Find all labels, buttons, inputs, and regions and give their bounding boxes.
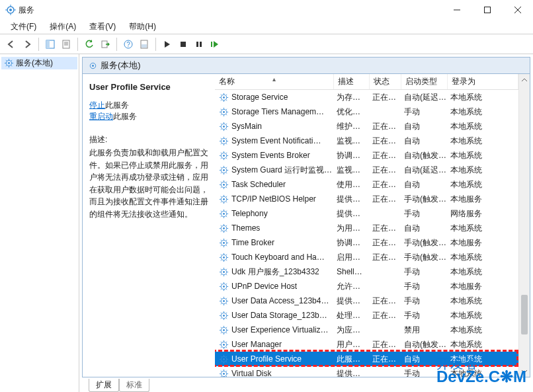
svg-line-135 — [221, 230, 222, 231]
svg-line-144 — [226, 245, 227, 245]
svg-line-175 — [221, 288, 222, 289]
col-header-desc[interactable]: 描述 — [334, 74, 370, 89]
svg-point-1 — [9, 9, 12, 11]
navigation-tree[interactable]: 服务(本地) — [0, 54, 79, 392]
cell-status: 正在… — [370, 223, 401, 234]
tab-extended[interactable]: 扩展 — [89, 379, 119, 392]
maximize-button[interactable] — [472, 0, 503, 20]
cell-name: Virtual Disk — [215, 369, 334, 377]
col-header-name[interactable]: 名称▴ — [215, 74, 334, 89]
cell-name: UPnP Device Host — [215, 282, 334, 292]
restart-service-button[interactable] — [208, 37, 222, 52]
scroll-up-button[interactable] — [519, 74, 530, 85]
menu-action[interactable]: 操作(A) — [43, 20, 83, 34]
svg-rect-21 — [181, 42, 186, 47]
export-button[interactable] — [98, 37, 112, 52]
gear-icon — [219, 238, 229, 248]
svg-line-216 — [226, 341, 227, 342]
cell-start: 手动 — [401, 208, 448, 219]
forward-button[interactable] — [20, 37, 34, 52]
service-name-text: User Data Storage_123b… — [231, 311, 327, 320]
svg-line-74 — [226, 143, 227, 143]
svg-line-73 — [221, 137, 222, 138]
svg-line-115 — [221, 201, 222, 202]
col-header-start[interactable]: 启动类型 — [401, 74, 448, 89]
table-row[interactable]: Time Broker协调…正在…手动(触发…本地服务 — [215, 235, 518, 250]
show-hide-tree-button[interactable] — [43, 37, 58, 52]
table-row[interactable]: Telephony提供…手动网络服务 — [215, 206, 518, 221]
service-name-text: User Data Access_123b4… — [231, 296, 329, 305]
pause-service-button[interactable] — [192, 37, 206, 52]
tree-node-services-local[interactable]: 服务(本地) — [1, 57, 77, 69]
cell-login: 本地服务 — [448, 237, 518, 249]
menu-file[interactable]: 文件(F) — [4, 20, 43, 34]
menu-view[interactable]: 查看(V) — [83, 20, 122, 34]
table-row[interactable]: System Events Broker协调…正在…自动(触发…本地系统 — [215, 148, 518, 163]
back-button[interactable] — [4, 37, 19, 52]
table-row[interactable]: Themes为用…正在…自动本地系统 — [215, 221, 518, 235]
table-row[interactable]: User Manager用户…正在…自动(触发…本地系统 — [215, 337, 518, 352]
cell-name: Udk 用户服务_123b4332 — [215, 266, 334, 278]
cell-desc: 使用… — [334, 179, 370, 190]
table-row[interactable]: Touch Keyboard and Ha…启用…正在…手动(触发…本地系统 — [215, 250, 518, 264]
vertical-scrollbar[interactable] — [518, 74, 530, 377]
table-row[interactable]: Udk 用户服务_123b4332Shell…手动本地系统 — [215, 264, 518, 279]
table-row[interactable]: User Data Access_123b4…提供…正在…手动本地系统 — [215, 294, 518, 308]
svg-rect-20 — [142, 44, 147, 48]
table-row[interactable]: User Experience Virtualiz…为应…禁用本地系统 — [215, 323, 518, 337]
table-row[interactable]: Task Scheduler使用…正在…自动本地系统 — [215, 177, 518, 192]
svg-line-44 — [226, 99, 227, 100]
svg-rect-23 — [200, 42, 202, 47]
stop-service-link[interactable]: 停止 — [89, 100, 105, 110]
cell-desc: 协调… — [334, 150, 370, 161]
table-row[interactable]: Virtual Disk提供…手动本地系统 — [215, 366, 518, 377]
gear-icon — [219, 122, 229, 132]
close-button[interactable] — [503, 0, 533, 20]
table-row[interactable]: System Event Notificati…监视…正在…自动本地系统 — [215, 134, 518, 148]
table-row[interactable]: Storage Tiers Managem…优化…手动本地系统 — [215, 104, 518, 119]
cell-start: 手动 — [401, 310, 448, 321]
table-row[interactable]: User Data Storage_123b…处理…正在…手动本地系统 — [215, 308, 518, 323]
col-header-login[interactable]: 登录为 — [448, 74, 518, 89]
cell-login: 本地系统 — [448, 295, 518, 307]
cell-login: 本地系统 — [448, 266, 518, 278]
cell-status: 正在… — [370, 295, 401, 307]
minimize-button[interactable] — [442, 0, 472, 20]
table-row[interactable]: Storage Service为存…正在…自动(延迟…本地系统 — [215, 90, 518, 104]
services-rows[interactable]: Storage Service为存…正在…自动(延迟…本地系统Storage T… — [215, 90, 518, 377]
table-row[interactable]: TCP/IP NetBIOS Helper提供…正在…手动(触发…本地服务 — [215, 192, 518, 206]
svg-line-173 — [221, 283, 222, 284]
svg-line-194 — [226, 317, 227, 318]
tab-standard[interactable]: 标准 — [119, 379, 149, 392]
svg-line-134 — [226, 230, 227, 231]
table-row[interactable]: SysMain维护…正在…自动本地系统 — [215, 119, 518, 134]
stop-service-button[interactable] — [176, 37, 190, 52]
svg-line-45 — [221, 99, 222, 100]
table-row[interactable]: User Profile Service此服…正在…自动本地系统 — [215, 352, 518, 366]
properties-button-2[interactable] — [137, 37, 151, 52]
svg-line-235 — [221, 375, 222, 376]
cell-start: 手动 — [401, 266, 448, 278]
refresh-button[interactable] — [82, 37, 97, 52]
col-header-status[interactable]: 状态 — [370, 74, 401, 89]
scroll-down-button[interactable] — [519, 366, 530, 377]
table-row[interactable]: System Guard 运行时监视…监视…正在…自动(延迟…本地系统 — [215, 163, 518, 177]
restart-service-link[interactable]: 重启动 — [89, 112, 113, 121]
start-service-button[interactable] — [160, 37, 175, 52]
window-title: 服务 — [19, 5, 442, 16]
cell-status: 正在… — [370, 179, 401, 190]
help-button[interactable]: ? — [121, 37, 136, 52]
scroll-thumb[interactable] — [521, 295, 528, 334]
cell-desc: 优化… — [334, 106, 370, 118]
cell-status: 正在… — [370, 92, 401, 103]
cell-status: 正在… — [370, 121, 401, 132]
gear-icon — [219, 223, 229, 233]
cell-start: 手动 — [401, 295, 448, 307]
table-row[interactable]: UPnP Device Host允许…手动本地服务 — [215, 279, 518, 294]
svg-line-206 — [226, 327, 227, 327]
service-name-text: System Events Broker — [231, 151, 310, 160]
menu-help[interactable]: 帮助(H) — [122, 20, 163, 34]
svg-line-126 — [226, 210, 227, 211]
cell-login: 网络服务 — [448, 208, 518, 219]
properties-button[interactable] — [59, 37, 73, 52]
